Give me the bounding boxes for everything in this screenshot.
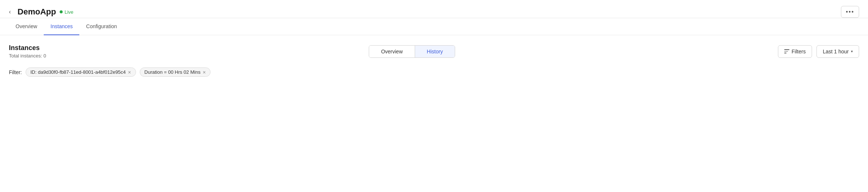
header-left: ‹ DemoApp Live <box>9 7 73 17</box>
filter-row: Filter: ID: da9d30f0-fb87-11ed-8001-a4bf… <box>9 67 859 77</box>
filter-tag-id-text: ID: da9d30f0-fb87-11ed-8001-a4bf012e95c4 <box>30 69 126 75</box>
instances-title: Instances <box>9 44 46 52</box>
time-selector[interactable]: Last 1 hour ▾ <box>816 45 859 58</box>
filter-tag-duration: Duration = 00 Hrs 02 Mins × <box>140 67 211 77</box>
filter-tag-duration-text: Duration = 00 Hrs 02 Mins <box>145 69 201 75</box>
back-button[interactable]: ‹ <box>9 7 14 17</box>
tab-instances[interactable]: Instances <box>44 18 79 35</box>
filters-button[interactable]: Filters <box>778 45 812 58</box>
live-dot-icon <box>60 10 63 13</box>
overview-history-toggle: Overview History <box>369 45 455 58</box>
tab-configuration[interactable]: Configuration <box>79 18 123 35</box>
filter-tag-id: ID: da9d30f0-fb87-11ed-8001-a4bf012e95c4… <box>26 67 136 77</box>
time-selector-label: Last 1 hour <box>823 49 849 54</box>
app-title: DemoApp <box>17 7 56 17</box>
right-controls: Filters Last 1 hour ▾ <box>778 45 859 58</box>
filter-row-label: Filter: <box>9 69 22 75</box>
toggle-history-button[interactable]: History <box>415 46 455 57</box>
instances-header: Instances Total instances: 0 Overview Hi… <box>9 44 859 59</box>
toggle-overview-button[interactable]: Overview <box>369 46 415 57</box>
live-badge: Live <box>60 9 73 15</box>
instances-title-section: Instances Total instances: 0 <box>9 44 46 59</box>
more-options-button[interactable]: ••• <box>841 6 859 18</box>
instances-subtitle: Total instances: 0 <box>9 53 46 59</box>
filter-icon <box>784 49 789 53</box>
main-content: Instances Total instances: 0 Overview Hi… <box>0 35 868 86</box>
filter-tag-id-close-button[interactable]: × <box>128 70 131 75</box>
tab-overview[interactable]: Overview <box>9 18 44 35</box>
chevron-down-icon: ▾ <box>851 49 853 53</box>
app-header: ‹ DemoApp Live ••• <box>0 0 868 18</box>
tabs-navigation: Overview Instances Configuration <box>0 18 868 35</box>
filters-label: Filters <box>792 49 806 54</box>
live-label: Live <box>64 9 73 15</box>
filter-tag-duration-close-button[interactable]: × <box>203 70 206 75</box>
